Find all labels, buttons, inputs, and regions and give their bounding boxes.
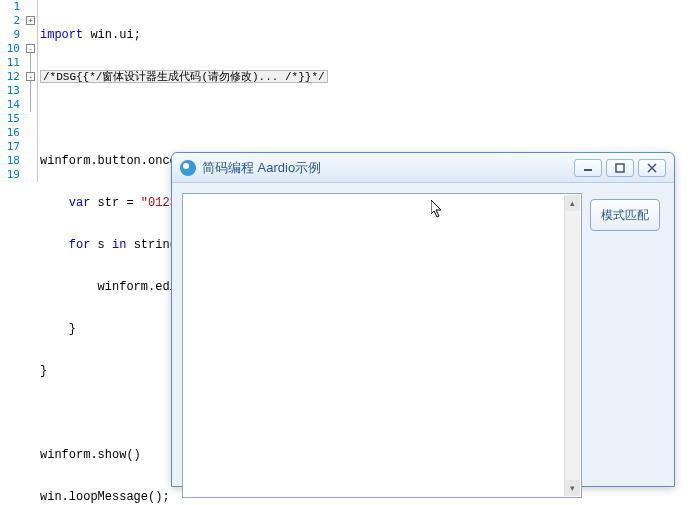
- window-title: 简码编程 Aardio示例: [202, 159, 574, 177]
- maximize-button[interactable]: [606, 159, 634, 177]
- fold-column: + - -: [24, 0, 38, 182]
- minimize-button[interactable]: [574, 159, 602, 177]
- edit-textarea[interactable]: ▴ ▾: [182, 193, 582, 498]
- fold-toggle[interactable]: -: [26, 72, 35, 81]
- app-icon: [180, 160, 196, 176]
- close-button[interactable]: [638, 159, 666, 177]
- svg-rect-1: [616, 164, 624, 172]
- pattern-match-button[interactable]: 模式匹配: [590, 199, 660, 231]
- fold-toggle[interactable]: -: [26, 44, 35, 53]
- fold-toggle[interactable]: +: [26, 16, 35, 25]
- scrollbar-vertical[interactable]: ▴ ▾: [564, 195, 580, 496]
- scroll-down-icon[interactable]: ▾: [565, 480, 580, 496]
- app-window: 简码编程 Aardio示例 ▴ ▾ 模式匹配: [171, 152, 675, 487]
- client-area: ▴ ▾ 模式匹配: [172, 183, 674, 486]
- titlebar[interactable]: 简码编程 Aardio示例: [172, 153, 674, 183]
- scroll-up-icon[interactable]: ▴: [565, 195, 580, 211]
- line-gutter: 1 2 9 10 11 12 13 14 15 16 17 18 19: [0, 0, 24, 182]
- folded-region[interactable]: /*DSG{{*/窗体设计器生成代码(请勿修改)... /*}}*/: [40, 70, 328, 83]
